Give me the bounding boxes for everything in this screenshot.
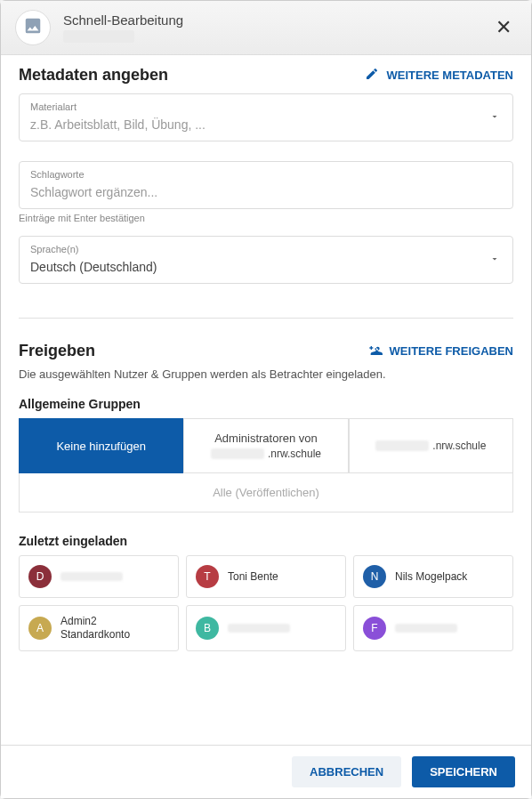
language-label: Sprache(n) — [30, 244, 502, 254]
group-option-admins[interactable]: Administratoren von .nrw.schule — [183, 418, 348, 473]
image-icon — [23, 16, 43, 39]
redacted-user-name — [228, 624, 290, 633]
quick-edit-dialog: Schnell-Bearbeitung ✕ Metadaten angeben … — [0, 0, 532, 799]
recent-subheading: Zuletzt eingeladen — [19, 534, 513, 548]
user-name: Nils Mogelpack — [395, 570, 467, 584]
group-option-all-label: Alle (Veröffentlichen) — [213, 486, 319, 499]
redacted-text — [375, 440, 429, 451]
group-admins-line2: .nrw.schule — [268, 448, 321, 460]
redacted-user-name — [395, 624, 457, 633]
save-button[interactable]: SPEICHERN — [412, 756, 515, 787]
group-option-none-label: Keine hinzufügen — [56, 440, 145, 453]
chevron-down-icon — [489, 252, 500, 268]
groups-subheading: Allgemeine Gruppen — [19, 397, 513, 411]
redacted-user-name — [60, 572, 123, 581]
user-card[interactable]: F — [353, 605, 513, 651]
avatar: D — [28, 565, 52, 588]
group-option-school[interactable]: .nrw.schule — [349, 418, 513, 473]
dialog-subtitle-placeholder — [63, 30, 134, 43]
tags-placeholder: Schlagwort ergänzen... — [30, 185, 502, 199]
dialog-body[interactable]: Metadaten angeben WEITERE METADATEN Mate… — [1, 55, 531, 745]
user-card[interactable]: A Admin2 Standardkonto — [19, 605, 179, 651]
dialog-header: Schnell-Bearbeitung ✕ — [1, 1, 531, 55]
material-type-label: Materialart — [30, 101, 502, 112]
close-icon: ✕ — [496, 16, 512, 38]
tags-label: Schlagworte — [30, 169, 502, 180]
preview-thumbnail — [15, 10, 51, 45]
tags-input[interactable]: Schlagworte Schlagwort ergänzen... — [19, 161, 513, 209]
dialog-footer: ABBRECHEN SPEICHERN — [1, 745, 531, 798]
share-title: Freigeben — [19, 342, 95, 360]
user-name: Admin2 Standardkonto — [60, 615, 169, 642]
recent-users-grid: D T Toni Bente N Nils Mogelpack A Admin2… — [19, 555, 513, 651]
user-card[interactable]: D — [19, 555, 179, 598]
avatar: A — [28, 617, 52, 640]
user-card[interactable]: T Toni Bente — [186, 555, 346, 598]
user-name: Toni Bente — [228, 570, 278, 584]
tags-helper: Einträge mit Enter bestätigen — [19, 213, 513, 223]
metadata-section-header: Metadaten angeben WEITERE METADATEN — [19, 66, 513, 85]
header-text: Schnell-Bearbeitung — [63, 12, 183, 43]
share-section-header: Freigeben WEITERE FREIGABEN — [19, 342, 513, 360]
group-option-none[interactable]: Keine hinzufügen — [19, 418, 183, 473]
close-button[interactable]: ✕ — [490, 12, 517, 43]
user-card[interactable]: N Nils Mogelpack — [353, 555, 513, 598]
more-share-link[interactable]: WEITERE FREIGABEN — [368, 343, 513, 359]
chevron-down-icon — [489, 109, 500, 125]
more-metadata-label: WEITERE METADATEN — [386, 69, 513, 82]
section-divider — [19, 318, 513, 319]
material-type-select[interactable]: Materialart z.B. Arbeitsblatt, Bild, Übu… — [19, 93, 513, 141]
pencil-icon — [365, 67, 379, 84]
group-school-suffix: .nrw.schule — [432, 440, 486, 452]
share-description: Die ausgewählten Nutzer & Gruppen werden… — [19, 367, 513, 381]
group-admins-line1: Administratoren von — [214, 432, 318, 445]
metadata-title: Metadaten angeben — [19, 66, 168, 85]
avatar: T — [196, 565, 219, 588]
cancel-button[interactable]: ABBRECHEN — [292, 756, 401, 787]
group-add-icon — [368, 343, 383, 359]
user-card[interactable]: B — [186, 605, 346, 651]
language-value: Deutsch (Deutschland) — [30, 260, 502, 274]
group-option-all[interactable]: Alle (Veröffentlichen) — [19, 473, 513, 512]
dialog-title: Schnell-Bearbeitung — [63, 12, 183, 28]
avatar: F — [363, 617, 386, 640]
group-selector: Keine hinzufügen Administratoren von .nr… — [19, 418, 513, 512]
language-select[interactable]: Sprache(n) Deutsch (Deutschland) — [19, 236, 513, 284]
avatar: N — [363, 565, 386, 588]
avatar: B — [196, 617, 219, 640]
redacted-text — [211, 448, 264, 459]
more-share-label: WEITERE FREIGABEN — [390, 344, 513, 358]
material-type-placeholder: z.B. Arbeitsblatt, Bild, Übung, ... — [30, 117, 502, 132]
more-metadata-link[interactable]: WEITERE METADATEN — [365, 67, 513, 84]
